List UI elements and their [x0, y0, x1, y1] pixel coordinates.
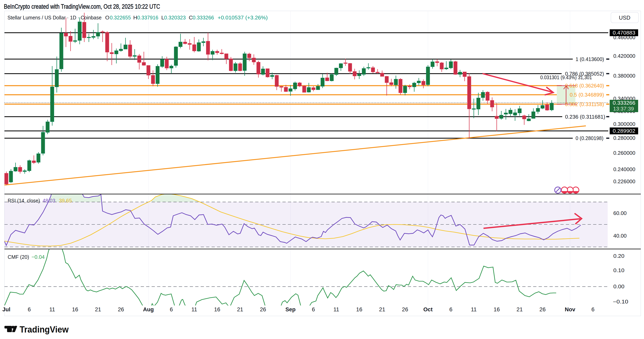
- svg-text:Oct: Oct: [423, 306, 433, 312]
- svg-text:1 (0.413600): 1 (0.413600): [576, 56, 604, 62]
- svg-text:11: 11: [49, 306, 55, 312]
- svg-text:0.289902: 0.289902: [613, 128, 635, 134]
- svg-text:Nov: Nov: [565, 306, 576, 312]
- svg-text:0.618 (0.362640): 0.618 (0.362640): [565, 83, 604, 89]
- svg-text:0.5 (0.346899): 0.5 (0.346899): [570, 92, 604, 98]
- svg-text:11: 11: [334, 306, 339, 312]
- svg-text:BeInCrypto created with Tradin: BeInCrypto created with TradingView.com,…: [4, 3, 160, 10]
- svg-text:60.00: 60.00: [613, 210, 627, 216]
- svg-text:6: 6: [28, 306, 31, 312]
- svg-text:0.786 (0.385052): 0.786 (0.385052): [565, 71, 604, 77]
- svg-text:Stellar Lumens / US Dollar · 1: Stellar Lumens / US Dollar · 1D · Coinba…: [8, 15, 102, 21]
- svg-text:Sep: Sep: [286, 306, 296, 312]
- svg-text:−0.10: −0.10: [613, 299, 628, 304]
- svg-text:0.240000: 0.240000: [613, 166, 635, 172]
- svg-text:48.03: 48.03: [42, 198, 55, 204]
- svg-text:21: 21: [379, 306, 386, 312]
- svg-text:6: 6: [312, 306, 315, 312]
- svg-text:0.280000: 0.280000: [613, 135, 635, 141]
- svg-text:26: 26: [260, 306, 266, 312]
- svg-text:0.382 (0.331158): 0.382 (0.331158): [565, 101, 604, 107]
- svg-text:21: 21: [516, 306, 523, 312]
- svg-text:6: 6: [170, 306, 173, 312]
- svg-text:0.10: 0.10: [613, 267, 624, 273]
- svg-text:0.226000: 0.226000: [613, 179, 635, 184]
- svg-text:C: C: [189, 15, 193, 21]
- svg-text:26: 26: [540, 306, 546, 312]
- svg-text:0.337916: 0.337916: [137, 15, 158, 21]
- svg-text:16: 16: [214, 306, 220, 312]
- svg-text:40.00: 40.00: [613, 233, 627, 239]
- svg-text:0.300000: 0.300000: [613, 121, 635, 127]
- svg-text:+0.010537 (+3.26%): +0.010537 (+3.26%): [218, 15, 268, 21]
- svg-text:11: 11: [192, 306, 197, 312]
- svg-text:16: 16: [494, 306, 500, 312]
- svg-text:O: O: [105, 15, 110, 21]
- svg-text:11: 11: [471, 306, 477, 312]
- svg-text:L: L: [161, 15, 164, 21]
- svg-text:21: 21: [95, 306, 101, 312]
- svg-text:0.333266: 0.333266: [613, 100, 635, 106]
- svg-text:Aug: Aug: [143, 306, 154, 312]
- svg-text:0.380000: 0.380000: [613, 73, 635, 79]
- svg-text:0.420000: 0.420000: [613, 53, 635, 59]
- svg-text:16: 16: [356, 306, 362, 312]
- svg-text:16: 16: [72, 306, 78, 312]
- svg-text:Jul: Jul: [2, 306, 10, 312]
- svg-text:TradingView: TradingView: [20, 324, 69, 334]
- svg-text:0.236 (0.311681): 0.236 (0.311681): [565, 114, 605, 120]
- svg-text:0.470883: 0.470883: [613, 30, 635, 36]
- svg-text:−0.04: −0.04: [32, 254, 44, 260]
- svg-text:26: 26: [402, 306, 408, 312]
- svg-text:21: 21: [237, 306, 243, 312]
- svg-text:0 (0.280198): 0 (0.280198): [576, 135, 604, 141]
- svg-text:0.260000: 0.260000: [613, 150, 635, 156]
- svg-text:RSI (14, close): RSI (14, close): [8, 198, 40, 204]
- svg-text:0.322655: 0.322655: [110, 15, 131, 21]
- svg-text:26: 26: [118, 306, 124, 312]
- svg-text:USD: USD: [619, 15, 630, 21]
- svg-text:H: H: [133, 15, 137, 21]
- svg-text:0.20: 0.20: [613, 253, 624, 259]
- svg-text:6: 6: [450, 306, 452, 312]
- svg-text:0.320323: 0.320323: [164, 15, 186, 21]
- svg-text:13:37:39: 13:37:39: [613, 106, 634, 112]
- svg-text:6: 6: [591, 306, 594, 312]
- svg-text:CMF (20): CMF (20): [8, 254, 29, 260]
- svg-text:0.333266: 0.333266: [192, 15, 214, 21]
- svg-text:39.65: 39.65: [59, 198, 72, 204]
- svg-text:0.00: 0.00: [613, 284, 624, 289]
